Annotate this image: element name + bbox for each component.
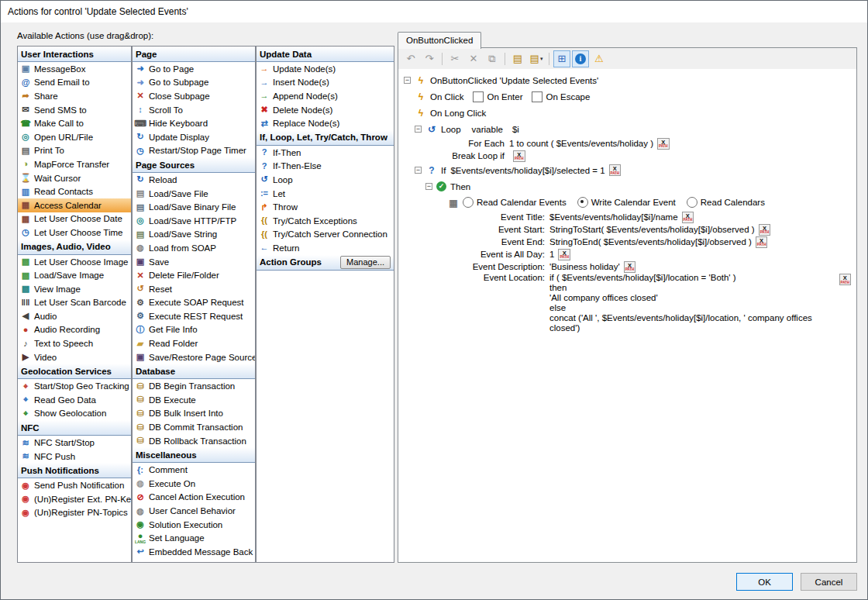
action-item[interactable]: ↱Throw [257, 200, 394, 214]
tree-row-on-click[interactable]: ϟ On Click On Enter On Escape [415, 88, 851, 105]
action-item[interactable]: ◍Load from SOAP [133, 241, 255, 255]
xpath-edit-button[interactable]: XPATH [759, 224, 771, 236]
action-item[interactable]: ◉Solution Execution [133, 518, 255, 532]
paste-dropdown-button[interactable]: ▤▾ [528, 50, 545, 67]
field-value[interactable]: if ( $Events/events/holiday[$i]/location… [549, 273, 839, 333]
action-item[interactable]: ●Audio Recording [18, 323, 131, 337]
xpath-edit-button[interactable]: X PATH [513, 150, 525, 162]
xpath-edit-button[interactable]: XPATH [756, 236, 768, 248]
action-item[interactable]: ◷Restart/Stop Page Timer [133, 144, 255, 158]
radio-button[interactable] [463, 197, 474, 208]
calendar-field-row[interactable]: Event is All Day:1XPATH [404, 248, 851, 260]
action-item[interactable]: ◍Execute On [133, 477, 255, 491]
action-item[interactable]: ←Return [257, 241, 394, 255]
action-item[interactable]: ◉(Un)Register Ext. PN-Key [18, 492, 131, 506]
action-item[interactable]: ▥Read Contacts [18, 184, 131, 198]
action-item[interactable]: {(Try/Catch Exceptions [257, 214, 394, 228]
action-item[interactable]: ▣MessageBox [18, 62, 131, 76]
calendar-field-row[interactable]: Event Description:'Business holiday'XPAT… [404, 260, 851, 273]
calendar-field-row[interactable]: Event Location:if ( $Events/events/holid… [404, 273, 851, 333]
collapse-expander-icon[interactable]: − [404, 77, 411, 84]
action-item[interactable]: ◉Send Push Notification [18, 478, 131, 492]
calendar-mode-option[interactable]: Read Calendars [687, 197, 765, 208]
cut-button[interactable]: ✂ [446, 50, 463, 67]
calendar-mode-option[interactable]: Read Calendar Events [463, 197, 567, 208]
action-item[interactable]: ↻Reload [133, 173, 255, 187]
action-item[interactable]: ➜Go to Subpage [133, 76, 255, 90]
manage-action-groups-button[interactable]: Manage... [340, 256, 391, 269]
action-item[interactable]: ▣Save/Restore Page Sources [133, 350, 255, 364]
action-item[interactable]: {:Comment [133, 463, 255, 477]
ok-button[interactable]: OK [736, 573, 793, 591]
collapse-expander-icon[interactable]: − [425, 183, 432, 190]
grid-button[interactable]: ⊞ [553, 50, 570, 67]
action-item[interactable]: ◎Open URL/File [18, 130, 131, 144]
action-item[interactable]: ⌛Wait Cursor [18, 171, 131, 185]
action-item[interactable]: ▩Load/Save Image [18, 268, 131, 282]
action-item[interactable]: ↺Reset [133, 282, 255, 296]
action-item[interactable]: ↩Embedded Message Back [133, 545, 255, 559]
action-item[interactable]: {(Try/Catch Server Connection [257, 228, 394, 242]
if-condition-value[interactable]: $Events/events/holiday[$i]/selected = 1 [450, 166, 604, 175]
action-item[interactable]: ▤Load/Save Binary File [133, 200, 255, 214]
action-item[interactable]: ✕Close Subpage [133, 89, 255, 103]
action-item[interactable]: ↕Scroll To [133, 103, 255, 117]
action-item[interactable]: ⌖Show Geolocation [18, 407, 131, 421]
tree-row-calendar-action[interactable]: ▦ Read Calendar EventsWrite Calendar Eve… [447, 195, 851, 211]
action-item[interactable]: ➜Go to Page [133, 62, 255, 76]
action-item[interactable]: ✕Delete File/Folder [133, 268, 255, 282]
calendar-field-row[interactable]: Event Title:$Events/events/holiday[$i]/n… [404, 211, 851, 223]
action-item[interactable]: ◷Let User Choose Time [18, 226, 131, 240]
action-item[interactable]: ◑MapForce Transfer [18, 157, 131, 171]
action-item[interactable]: ▣Save [133, 255, 255, 269]
paste-button[interactable]: ▤ [509, 50, 526, 67]
action-item[interactable]: ?If-Then-Else [257, 160, 394, 174]
action-item[interactable]: ✖Delete Node(s) [257, 103, 394, 117]
collapse-expander-icon[interactable]: − [415, 167, 422, 174]
for-each-value[interactable]: 1 to count ( $Events/events/holiday ) [509, 139, 653, 148]
action-item[interactable]: ◎Load/Save HTTP/FTP [133, 214, 255, 228]
tree-row-root[interactable]: − ϟ OnButtonClicked 'Update Selected Eve… [404, 72, 851, 88]
xpath-edit-button[interactable]: XPATH [558, 249, 570, 260]
action-item[interactable]: ≋NFC Push [18, 450, 131, 464]
calendar-mode-option[interactable]: Write Calendar Event [577, 197, 676, 208]
xpath-edit-button[interactable]: XPATH [839, 274, 851, 285]
redo-button[interactable]: ↷ [421, 50, 438, 67]
undo-button[interactable]: ↶ [402, 50, 419, 67]
action-item[interactable]: ➦Share [18, 89, 131, 103]
action-item[interactable]: ●LANGSet Language [133, 531, 255, 545]
action-item[interactable]: ▤Print To [18, 144, 131, 158]
action-item[interactable]: ☎Make Call to [18, 116, 131, 130]
field-value[interactable]: $Events/events/holiday[$i]/name [549, 212, 678, 222]
xpath-edit-button[interactable]: XPATH [624, 261, 636, 273]
warning-button[interactable]: ⚠ [591, 50, 608, 67]
field-value[interactable]: 'Business holiday' [549, 262, 620, 271]
action-item[interactable]: ⌨Hide Keyboard [133, 116, 255, 130]
action-item[interactable]: ▶Video [18, 350, 131, 364]
action-item[interactable]: ⛁DB Begin Transaction [133, 379, 255, 393]
tree-row-on-long-click[interactable]: ϟ On Long Click [415, 105, 851, 121]
collapse-expander-icon[interactable]: − [415, 126, 422, 133]
on-enter-checkbox[interactable] [473, 91, 484, 102]
field-value[interactable]: StringToStart( $Events/events/holiday[$i… [549, 225, 755, 234]
action-item[interactable]: →Append Node(s) [257, 89, 394, 103]
radio-button[interactable] [687, 197, 698, 208]
action-item[interactable]: ⚙Execute REST Request [133, 309, 255, 323]
field-value[interactable]: 1 [549, 250, 554, 259]
action-item[interactable]: ⛁DB Execute [133, 393, 255, 407]
on-escape-checkbox[interactable] [532, 91, 542, 102]
tree-row-break-loop[interactable]: Break Loop if X PATH [415, 150, 851, 162]
action-item[interactable]: ◀Audio [18, 309, 131, 323]
action-item[interactable]: ⛁DB Bulk Insert Into [133, 407, 255, 421]
action-item[interactable]: ?If-Then [257, 146, 394, 160]
action-item[interactable]: ▦Let User Choose Date [18, 212, 131, 226]
action-item[interactable]: ↺Loop [257, 173, 394, 187]
calendar-field-row[interactable]: Event Start:StringToStart( $Events/event… [404, 223, 851, 236]
action-item[interactable]: ⌖Start/Stop Geo Tracking [18, 379, 131, 393]
copy-button[interactable]: ⧉ [484, 50, 501, 67]
action-item[interactable]: @Send Email to [18, 76, 131, 90]
tree-row-loop[interactable]: − ↺ Loop variable $i [415, 121, 851, 137]
info-button[interactable]: i [572, 50, 589, 67]
tab-onbuttonclicked[interactable]: OnButtonClicked [398, 32, 481, 49]
action-item[interactable]: ◍User Cancel Behavior [133, 504, 255, 518]
